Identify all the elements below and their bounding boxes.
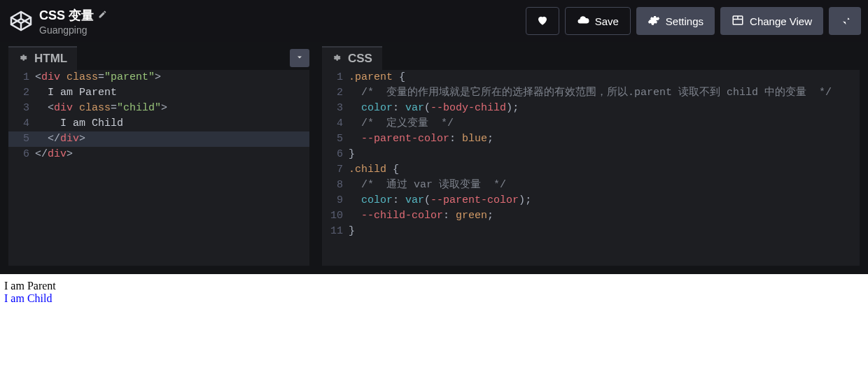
line-number: 3 — [322, 101, 349, 116]
css-panel-header: CSS — [322, 46, 860, 70]
change-view-label: Change View — [750, 15, 812, 27]
line-number: 6 — [322, 147, 349, 162]
line-number: 10 — [322, 208, 349, 224]
title-block: CSS 变量 Guangping — [39, 7, 107, 36]
line-number: 1 — [8, 70, 35, 85]
gear-icon[interactable] — [332, 52, 341, 65]
line-number: 8 — [322, 178, 349, 193]
line-number: 2 — [322, 85, 349, 101]
html-panel-title: HTML — [34, 52, 67, 66]
line-number: 3 — [8, 101, 35, 116]
preview-child-text: I am Child — [4, 292, 864, 305]
line-number: 2 — [8, 85, 35, 101]
html-editor[interactable]: 1<div class="parent"> 2 I am Parent 3 <d… — [8, 70, 309, 266]
css-panel: CSS 1.parent { 2 /* 变量的作用域就是它所在的选择器的有效范围… — [322, 46, 860, 266]
change-view-button[interactable]: Change View — [720, 7, 823, 35]
line-number: 6 — [8, 147, 35, 162]
heart-icon — [536, 14, 549, 29]
pin-icon — [839, 14, 851, 29]
edit-pencil-icon[interactable] — [98, 9, 107, 22]
pin-button[interactable] — [829, 7, 861, 35]
line-number: 11 — [322, 224, 349, 239]
preview-parent-text: I am Parent — [4, 280, 864, 292]
html-panel-header: HTML — [8, 46, 309, 70]
chevron-down-icon — [295, 53, 304, 64]
cloud-icon — [577, 14, 589, 29]
gear-icon — [648, 14, 660, 29]
app-header: CSS 变量 Guangping Save Settings Change Vi… — [0, 0, 868, 42]
line-number: 7 — [322, 162, 349, 178]
layout-icon — [732, 14, 744, 29]
preview-pane: I am Parent I am Child — [0, 274, 868, 372]
codepen-logo-icon — [10, 10, 32, 32]
editor-panels: HTML 1<div class="parent"> 2 I am Parent… — [0, 42, 868, 274]
css-panel-title: CSS — [348, 52, 372, 66]
html-panel: HTML 1<div class="parent"> 2 I am Parent… — [8, 46, 309, 266]
css-editor[interactable]: 1.parent { 2 /* 变量的作用域就是它所在的选择器的有效范围，所以.… — [322, 70, 860, 266]
pen-title: CSS 变量 — [39, 7, 94, 24]
save-label: Save — [595, 15, 619, 27]
pen-author[interactable]: Guangping — [39, 24, 107, 36]
line-number: 9 — [322, 193, 349, 208]
html-panel-tab[interactable]: HTML — [8, 46, 77, 70]
save-button[interactable]: Save — [565, 7, 631, 35]
css-panel-tab[interactable]: CSS — [322, 46, 382, 70]
line-number: 5 — [322, 131, 349, 147]
love-button[interactable] — [526, 7, 559, 35]
line-number: 4 — [8, 116, 35, 131]
settings-button[interactable]: Settings — [636, 7, 715, 35]
line-number: 5 — [8, 131, 35, 147]
line-number: 4 — [322, 116, 349, 131]
html-panel-dropdown[interactable] — [290, 49, 309, 67]
line-number: 1 — [322, 70, 349, 85]
gear-icon[interactable] — [18, 52, 27, 65]
settings-label: Settings — [666, 15, 704, 27]
